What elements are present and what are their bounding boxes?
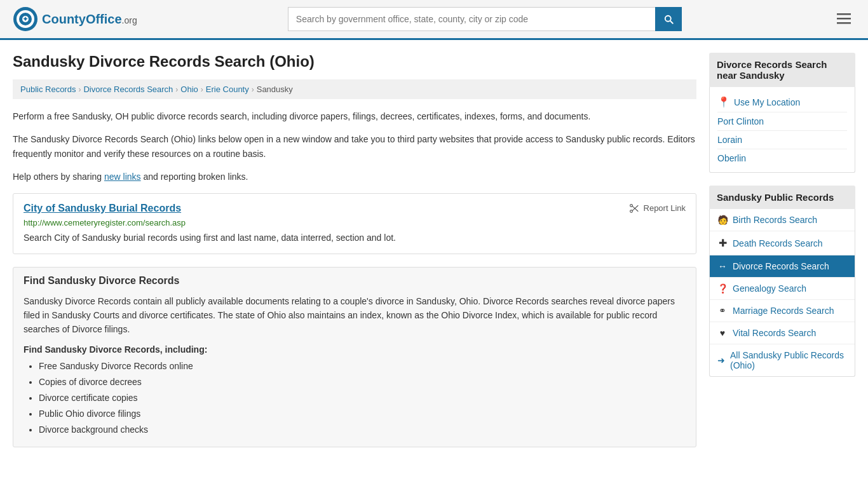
sidebar: Divorce Records Search near Sandusky 📍 U… — [709, 53, 855, 456]
svg-rect-7 — [837, 22, 851, 24]
list-item: Divorce certificate copies — [39, 391, 686, 405]
rings-icon: ⚭ — [717, 306, 728, 316]
cross-icon: ✚ — [717, 237, 728, 249]
sidebar-location-oberlin[interactable]: Oberlin — [717, 149, 847, 167]
record-card-desc: Search City of Sandusky burial records u… — [24, 231, 686, 245]
svg-text:✦: ✦ — [22, 15, 29, 24]
marriage-records-link[interactable]: Marriage Records Search — [733, 306, 834, 316]
svg-rect-5 — [837, 13, 851, 15]
page-title: Sandusky Divorce Records Search (Ohio) — [13, 53, 696, 71]
hamburger-button[interactable] — [832, 7, 855, 32]
search-button[interactable] — [655, 7, 682, 31]
svg-point-9 — [630, 210, 632, 212]
location-link-lorain[interactable]: Lorain — [717, 135, 742, 145]
find-section: Find Sandusky Divorce Records Sandusky D… — [13, 267, 696, 447]
hamburger-icon — [835, 10, 853, 27]
sidebar-public-records-section: Sandusky Public Records 🧑 Birth Records … — [709, 186, 855, 377]
record-card-url: http://www.cemeteryregister.com/search.a… — [24, 218, 686, 227]
svg-line-11 — [632, 205, 638, 210]
scissors-icon — [628, 203, 640, 214]
use-my-location-link[interactable]: Use My Location — [734, 97, 800, 107]
location-link-oberlin[interactable]: Oberlin — [717, 153, 746, 163]
genealogy-link[interactable]: Genealogy Search — [733, 283, 806, 294]
desc3-pre: Help others by sharing — [13, 172, 104, 182]
arrows-icon: ↔ — [717, 261, 728, 271]
location-link-port-clinton[interactable]: Port Clinton — [717, 116, 764, 126]
new-links-link[interactable]: new links — [104, 172, 141, 182]
record-card-title[interactable]: City of Sandusky Burial Records — [24, 203, 181, 214]
sidebar-location-lorain[interactable]: Lorain — [717, 131, 847, 149]
sidebar-item-death-records[interactable]: ✚ Death Records Search — [710, 231, 855, 255]
breadcrumb: Public Records › Divorce Records Search … — [13, 79, 696, 99]
report-link-label: Report Link — [644, 203, 686, 213]
sidebar-nearby-header: Divorce Records Search near Sandusky — [709, 53, 855, 87]
list-item: Divorce background checks — [39, 423, 686, 437]
heart-icon: ♥ — [717, 328, 728, 338]
report-link-button[interactable]: Report Link — [628, 203, 686, 214]
find-section-heading: Find Sandusky Divorce Records — [24, 275, 686, 287]
sidebar-item-divorce-records[interactable]: ↔ Divorce Records Search — [710, 255, 855, 278]
logo-icon: ✦ — [13, 6, 38, 32]
sidebar-nearby-body: 📍 Use My Location Port Clinton Lorain Ob… — [709, 87, 855, 173]
logo-suffix: .org — [122, 15, 137, 25]
find-section-subheading: Find Sandusky Divorce Records, including… — [24, 344, 686, 355]
find-section-list: Free Sandusky Divorce Records online Cop… — [24, 360, 686, 437]
search-icon — [663, 13, 674, 25]
breadcrumb-sep-1: › — [78, 85, 81, 94]
sidebar-item-birth-records[interactable]: 🧑 Birth Records Search — [710, 209, 855, 231]
arrow-right-icon: ➜ — [717, 355, 725, 365]
sidebar-item-marriage-records[interactable]: ⚭ Marriage Records Search — [710, 300, 855, 322]
breadcrumb-sep-3: › — [201, 85, 203, 94]
sidebar-item-genealogy[interactable]: ❓ Genealogy Search — [710, 278, 855, 300]
page-wrapper: Sandusky Divorce Records Search (Ohio) P… — [0, 40, 868, 482]
death-records-link[interactable]: Death Records Search — [733, 238, 823, 248]
sidebar-all-records[interactable]: ➜ All Sandusky Public Records (Ohio) — [710, 344, 855, 376]
logo[interactable]: ✦ CountyOffice.org — [13, 6, 137, 32]
svg-line-10 — [632, 206, 638, 211]
record-card-header: City of Sandusky Burial Records Report L… — [24, 203, 686, 214]
breadcrumb-item-public-records[interactable]: Public Records — [20, 85, 76, 94]
breadcrumb-item-divorce-records[interactable]: Divorce Records Search — [83, 85, 173, 94]
sidebar-location-port-clinton[interactable]: Port Clinton — [717, 112, 847, 131]
sidebar-item-vital-records[interactable]: ♥ Vital Records Search — [710, 322, 855, 344]
site-header: ✦ CountyOffice.org — [0, 0, 868, 40]
breadcrumb-sep-4: › — [252, 85, 254, 94]
main-content: Sandusky Divorce Records Search (Ohio) P… — [13, 53, 696, 456]
desc3-post: and reporting broken links. — [141, 172, 248, 182]
svg-point-8 — [630, 204, 632, 207]
sidebar-public-records-header: Sandusky Public Records — [709, 186, 855, 209]
breadcrumb-item-erie-county[interactable]: Erie County — [206, 85, 249, 94]
sidebar-public-records-body: 🧑 Birth Records Search ✚ Death Records S… — [709, 209, 855, 377]
divorce-records-label: Divorce Records Search — [733, 261, 829, 271]
search-input[interactable] — [288, 7, 655, 31]
logo-text: CountyOffice — [42, 12, 122, 26]
record-card: City of Sandusky Burial Records Report L… — [13, 193, 696, 254]
search-bar — [288, 7, 682, 31]
person-icon: 🧑 — [717, 215, 728, 225]
breadcrumb-item-sandusky: Sandusky — [257, 85, 293, 94]
vital-records-link[interactable]: Vital Records Search — [733, 328, 816, 338]
use-location-item[interactable]: 📍 Use My Location — [717, 92, 847, 112]
sidebar-nearby-section: Divorce Records Search near Sandusky 📍 U… — [709, 53, 855, 173]
birth-records-link[interactable]: Birth Records Search — [733, 215, 817, 225]
description-1: Perform a free Sandusky, OH public divor… — [13, 109, 696, 123]
description-3: Help others by sharing new links and rep… — [13, 170, 696, 184]
svg-rect-6 — [837, 18, 851, 20]
list-item: Public Ohio divorce filings — [39, 407, 686, 421]
question-icon: ❓ — [717, 283, 728, 294]
description-2: The Sandusky Divorce Records Search (Ohi… — [13, 132, 696, 161]
breadcrumb-item-ohio[interactable]: Ohio — [180, 85, 198, 94]
breadcrumb-sep-2: › — [175, 85, 178, 94]
list-item: Copies of divorce decrees — [39, 376, 686, 389]
all-public-records-link[interactable]: All Sandusky Public Records (Ohio) — [730, 350, 847, 370]
list-item: Free Sandusky Divorce Records online — [39, 360, 686, 373]
location-pin-icon: 📍 — [717, 96, 730, 108]
find-section-body: Sandusky Divorce Records contain all pub… — [24, 294, 686, 337]
